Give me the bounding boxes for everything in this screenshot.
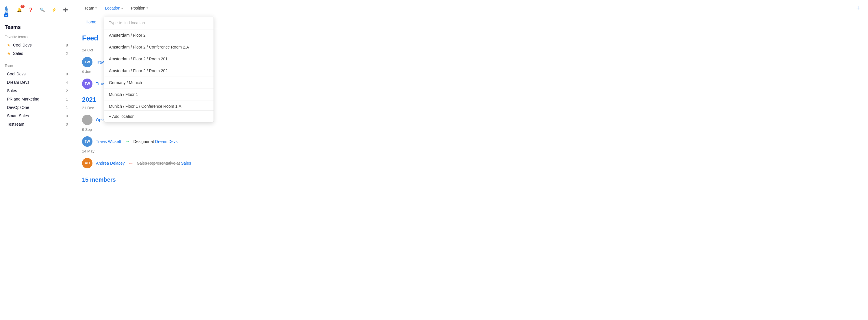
- avatar: TW: [82, 136, 92, 147]
- location-search-input[interactable]: [104, 17, 214, 29]
- notification-badge: 5: [21, 5, 25, 8]
- team-nav-button[interactable]: Team ▾: [81, 3, 100, 13]
- tab-home[interactable]: Home: [81, 16, 101, 28]
- avatar: AD: [82, 158, 92, 168]
- location-item[interactable]: Amsterdam / Floor 2 / Room 202: [104, 65, 214, 77]
- sidebar-item-smart-sales[interactable]: Smart Sales 0: [2, 112, 72, 120]
- arrow-right-icon: →: [125, 139, 130, 145]
- top-nav: Team ▾ Location ▴ Position ▾ +: [75, 0, 868, 16]
- help-icon[interactable]: ❓: [27, 6, 35, 14]
- star-icon: ★: [7, 43, 11, 47]
- chevron-down-icon: ▾: [95, 6, 97, 9]
- sidebar-item-count: 2: [66, 52, 68, 56]
- add-button[interactable]: +: [854, 3, 862, 13]
- feed-date-sep9: 9 Sep: [82, 127, 861, 132]
- sidebar-divider: [5, 60, 70, 60]
- members-title: 15 members: [82, 177, 861, 183]
- team-section-label: Team: [0, 63, 75, 70]
- avatar-badge: M: [4, 13, 8, 17]
- location-item[interactable]: Germany / Munich: [104, 77, 214, 89]
- sidebar-item-devopsone[interactable]: DevOpsOne 1: [2, 103, 72, 111]
- favorite-section-label: Favorite teams: [0, 34, 75, 41]
- chevron-down-icon: ▾: [147, 6, 148, 9]
- location-item[interactable]: Munich / Floor 1 / Conference Room 1.A: [104, 100, 214, 110]
- avatar: TW: [82, 78, 92, 89]
- sidebar-icons: 🔔 5 ❓ 🔍 ⚡ ➕: [11, 6, 74, 17]
- location-item[interactable]: Amsterdam / Floor 2 / Room 201: [104, 53, 214, 65]
- sidebar-item-dream-devs[interactable]: Dream Devs 4: [2, 78, 72, 86]
- feed-person-link[interactable]: Travis Wickett: [96, 139, 121, 144]
- add-icon[interactable]: ➕: [62, 6, 70, 14]
- feed-item-5: AD Andrea Delacey ← Sales Representative…: [82, 156, 861, 171]
- feed-item-4: TW Travis Wickett → Designer at Dream De…: [82, 134, 861, 149]
- main-content: Team ▾ Location ▴ Position ▾ + Home Feed…: [75, 0, 868, 320]
- teams-list: Cool Devs 8 Dream Devs 4 Sales 2 PR and …: [0, 70, 75, 129]
- sidebar-item-testteam[interactable]: TestTeam 0: [2, 120, 72, 128]
- sidebar-item-pr-marketing[interactable]: PR and Marketing 1: [2, 95, 72, 103]
- sidebar-header: M M 🔔 5 ❓ 🔍 ⚡ ➕: [0, 3, 75, 22]
- sidebar-item-label: Cool Devs: [13, 43, 32, 47]
- feed-team-link[interactable]: Sales: [181, 161, 191, 165]
- search-icon[interactable]: 🔍: [38, 6, 46, 14]
- avatar: TW: [82, 57, 92, 67]
- arrow-left-icon: ←: [128, 160, 133, 166]
- position-nav-button[interactable]: Position ▾: [127, 3, 151, 13]
- add-location-button[interactable]: + Add location: [104, 110, 214, 122]
- location-nav-button[interactable]: Location ▴: [101, 3, 126, 13]
- sidebar-item-cool-devs-fav[interactable]: ★ Cool Devs 8: [2, 41, 72, 49]
- chevron-up-icon: ▴: [121, 6, 123, 9]
- location-item[interactable]: Munich / Floor 1: [104, 89, 214, 100]
- star-icon: ★: [7, 51, 11, 56]
- sidebar: M M 🔔 5 ❓ 🔍 ⚡ ➕ Teams Favorite teams ★ C…: [0, 0, 75, 320]
- dropdown-list: Amsterdam / Floor 2 Amsterdam / Floor 2 …: [104, 29, 214, 110]
- dropdown-panel: Amsterdam / Floor 2 Amsterdam / Floor 2 …: [104, 16, 214, 123]
- nav-right: +: [854, 3, 862, 13]
- avatar[interactable]: M M: [5, 6, 8, 17]
- avatar: [82, 115, 92, 125]
- sidebar-item-cool-devs[interactable]: Cool Devs 8: [2, 70, 72, 78]
- location-dropdown: Amsterdam / Floor 2 Amsterdam / Floor 2 …: [104, 16, 214, 123]
- sidebar-item-sales[interactable]: Sales 2: [2, 87, 72, 95]
- sidebar-title: Teams: [0, 22, 75, 34]
- sidebar-item-count: 8: [66, 43, 68, 47]
- location-item[interactable]: Amsterdam / Floor 2: [104, 29, 214, 41]
- lightning-icon[interactable]: ⚡: [50, 6, 58, 14]
- favorite-teams-list: ★ Cool Devs 8 ★ Sales 2: [0, 41, 75, 58]
- notification-icon[interactable]: 🔔 5: [15, 6, 23, 14]
- location-item[interactable]: Amsterdam / Floor 2 / Conference Room 2.…: [104, 41, 214, 53]
- sidebar-item-label: Sales: [13, 51, 23, 56]
- feed-team-link[interactable]: Dream Devs: [155, 139, 178, 144]
- feed-date-may14: 14 May: [82, 149, 861, 153]
- sidebar-item-sales-fav[interactable]: ★ Sales 2: [2, 50, 72, 58]
- strikethrough-text: Sales Representative at: [137, 161, 180, 165]
- feed-person-link[interactable]: Andrea Delacey: [96, 161, 125, 165]
